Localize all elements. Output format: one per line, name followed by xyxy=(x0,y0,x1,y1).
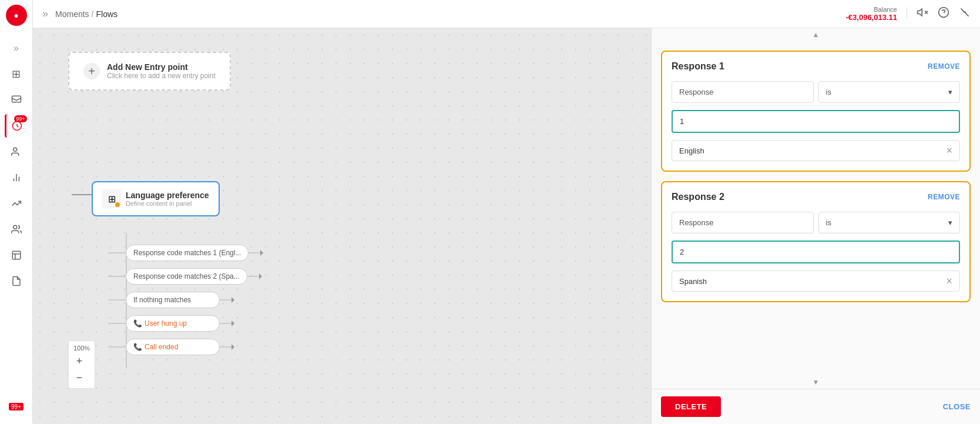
response-1-tag: English xyxy=(679,146,941,155)
flow-canvas[interactable]: + Add New Entry point Click here to add … xyxy=(33,28,651,424)
add-entry-subtitle: Click here to add a new entry point xyxy=(107,72,216,80)
response-1-operator-select[interactable]: is ▾ xyxy=(818,81,961,103)
add-entry-text: Add New Entry point Click here to add a … xyxy=(107,62,216,80)
dashboard-icon[interactable]: ⊞ xyxy=(5,62,28,86)
notifications-icon[interactable] xyxy=(959,6,971,21)
response-1-title: Response 1 xyxy=(672,61,724,72)
response-2-tag-remove-button[interactable]: × xyxy=(946,276,952,286)
right-panel: ▲ Response 1 REMOVE Response is ▾ xyxy=(651,28,980,424)
response-2-operator-select[interactable]: is ▾ xyxy=(818,212,961,233)
output-row: Response code matches 1 (Engl... xyxy=(108,245,263,261)
bottom-badge[interactable]: 99+ xyxy=(5,395,28,418)
reports-icon[interactable] xyxy=(5,192,28,215)
output-row: 📞 Call ended xyxy=(108,339,263,355)
add-entry-point[interactable]: + Add New Entry point Click here to add … xyxy=(68,52,231,91)
response-1-value-input[interactable] xyxy=(672,110,960,133)
breadcrumb-moments[interactable]: Moments xyxy=(55,9,89,19)
output-pill-4[interactable]: 📞 User hung up xyxy=(126,315,220,332)
notification-badge: 99+ xyxy=(14,115,26,122)
response-2-header: Response 2 REMOVE xyxy=(672,192,960,202)
help-icon[interactable] xyxy=(938,6,949,21)
response-2-value-input[interactable] xyxy=(672,241,960,263)
output-label-2: Response code matches 2 (Spa... xyxy=(133,272,240,281)
output-label-5: Call ended xyxy=(145,343,178,351)
svg-point-6 xyxy=(13,225,16,229)
response-1-fields: Response is ▾ English × xyxy=(672,81,960,161)
response-1-header: Response 1 REMOVE xyxy=(672,61,960,72)
segments-icon[interactable] xyxy=(5,218,28,241)
zoom-out-button[interactable]: − xyxy=(71,369,88,386)
response-2-remove-button[interactable]: REMOVE xyxy=(928,193,960,201)
balance-label: Balance xyxy=(846,6,897,13)
breadcrumb-flows: Flows xyxy=(96,9,118,19)
output-label-4: User hung up xyxy=(145,319,187,328)
inbox-icon[interactable] xyxy=(5,88,28,112)
response-2-tag: Spanish xyxy=(679,277,941,286)
close-button[interactable]: CLOSE xyxy=(943,402,971,411)
svg-rect-7 xyxy=(12,251,21,259)
output-label-1: Response code matches 1 (Engl... xyxy=(133,249,241,257)
flow-node-language-preference[interactable]: ⊞ Language preference Define content in … xyxy=(92,181,220,216)
response-1-field-label: Response xyxy=(672,81,814,103)
topbar-right: Balance -€3,096,013.11 xyxy=(846,6,971,22)
response-2-operator-value: is xyxy=(826,218,831,227)
output-pill-1[interactable]: Response code matches 1 (Engl... xyxy=(126,245,249,261)
output-row: If nothing matches xyxy=(108,292,263,308)
breadcrumb: Moments / Flows xyxy=(55,9,118,19)
response-2-title: Response 2 xyxy=(672,192,724,202)
main-content: » Moments / Flows Balance -€3,096,013.11 xyxy=(33,0,980,424)
balance-block: Balance -€3,096,013.11 xyxy=(846,6,897,22)
add-entry-title: Add New Entry point xyxy=(107,62,216,72)
add-entry-icon: + xyxy=(83,63,100,79)
app-logo[interactable]: ● xyxy=(6,5,27,26)
mute-icon[interactable] xyxy=(917,6,928,21)
response-2-chevron-down-icon: ▾ xyxy=(948,218,952,227)
zoom-in-button[interactable]: + xyxy=(71,353,88,369)
breadcrumb-separator: / xyxy=(92,9,94,19)
sidebar-expand-icon[interactable]: » xyxy=(5,36,28,60)
campaigns-icon[interactable]: 99+ xyxy=(5,114,28,138)
flow-node-status-dot xyxy=(115,202,120,207)
output-row: 📞 User hung up xyxy=(108,315,263,332)
output-rows: Response code matches 1 (Engl... Respons… xyxy=(108,245,263,362)
flow-arrow-connector xyxy=(72,194,93,195)
output-pill-2[interactable]: Response code matches 2 (Spa... xyxy=(126,268,247,285)
canvas-area: + Add New Entry point Click here to add … xyxy=(33,28,980,424)
balance-value: -€3,096,013.11 xyxy=(846,13,897,22)
response-2-row-1: Response is ▾ xyxy=(672,212,960,233)
collapse-button[interactable]: » xyxy=(42,8,48,20)
response-1-row-1: Response is ▾ xyxy=(672,81,960,103)
flow-node-info: Language preference Define content in pa… xyxy=(126,191,209,207)
flow-node-header: ⊞ Language preference Define content in … xyxy=(102,189,209,208)
scroll-up-button[interactable]: ▲ xyxy=(652,28,980,41)
output-pill-5[interactable]: 📞 Call ended xyxy=(126,339,220,355)
response-1-remove-button[interactable]: REMOVE xyxy=(928,62,960,71)
svg-marker-8 xyxy=(918,9,922,16)
output-pill-3[interactable]: If nothing matches xyxy=(126,292,220,308)
templates-icon[interactable] xyxy=(5,243,28,267)
topbar-divider xyxy=(907,7,907,21)
topbar: » Moments / Flows Balance -€3,096,013.11 xyxy=(33,0,980,28)
response-1-operator-value: is xyxy=(826,88,831,96)
response-2-card: Response 2 REMOVE Response is ▾ xyxy=(661,181,971,302)
response-1-tag-row: English × xyxy=(672,140,960,161)
svg-point-2 xyxy=(13,148,16,151)
right-panel-scroll[interactable]: Response 1 REMOVE Response is ▾ xyxy=(652,41,980,376)
contacts-icon[interactable] xyxy=(5,140,28,163)
response-2-field-label: Response xyxy=(672,212,814,233)
delete-button[interactable]: DELETE xyxy=(661,396,721,417)
response-1-card: Response 1 REMOVE Response is ▾ xyxy=(661,51,971,172)
output-row-line xyxy=(108,252,126,253)
output-row-line xyxy=(108,299,126,301)
output-label-3: If nothing matches xyxy=(133,296,191,304)
output-row-line xyxy=(108,276,126,277)
flow-node-title: Language preference xyxy=(126,191,209,200)
response-1-chevron-down-icon: ▾ xyxy=(948,88,952,96)
output-row-line xyxy=(108,346,126,348)
zoom-level: 100% xyxy=(71,343,92,353)
response-1-tag-remove-button[interactable]: × xyxy=(946,145,952,156)
scroll-down-button[interactable]: ▼ xyxy=(652,376,980,389)
audit-icon[interactable] xyxy=(5,269,28,293)
analytics-icon[interactable] xyxy=(5,166,28,189)
output-row-line xyxy=(108,323,126,324)
